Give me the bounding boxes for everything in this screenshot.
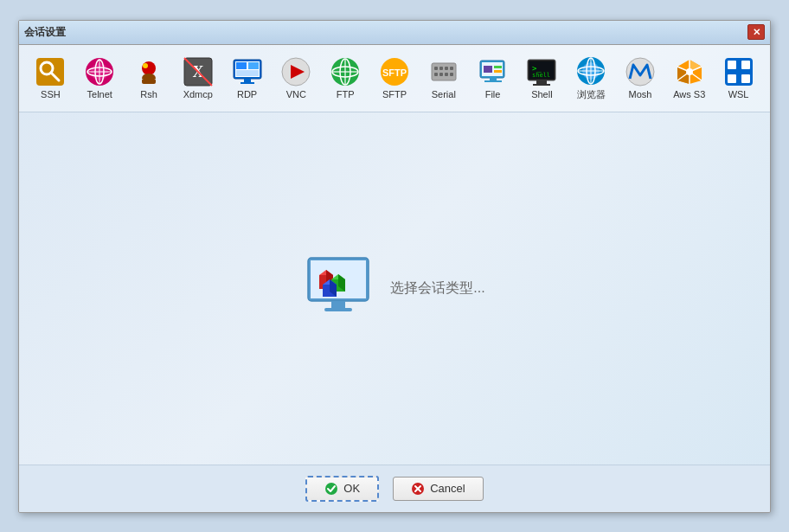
wsl-icon	[723, 56, 754, 87]
ok-label: OK	[343, 482, 360, 495]
browser-icon	[575, 55, 606, 87]
placeholder-text: 选择会话类型...	[390, 279, 484, 298]
session-type-rdp[interactable]: RDP	[224, 53, 270, 103]
session-type-telnet[interactable]: Telnet	[77, 53, 123, 103]
rsh-icon	[133, 56, 164, 87]
sftp-label: SFTP	[382, 89, 407, 99]
xdmcp-icon: X	[183, 56, 214, 87]
serial-icon	[428, 56, 459, 87]
svg-rect-74	[728, 74, 736, 83]
cancel-button[interactable]: Cancel	[393, 477, 483, 501]
placeholder-container: 选择会话类型...	[304, 253, 484, 323]
content-area: SSH Telnet	[19, 45, 770, 465]
svg-rect-79	[324, 308, 352, 311]
file-icon	[478, 56, 509, 87]
placeholder-monitor-icon	[304, 253, 373, 323]
svg-rect-35	[450, 67, 453, 70]
session-type-mosh[interactable]: Mosh	[618, 53, 664, 103]
session-type-file[interactable]: File	[470, 53, 516, 103]
svg-rect-43	[484, 80, 502, 82]
footer: OK Cancel	[19, 465, 770, 512]
shell-label: Shell	[531, 89, 552, 99]
awss3-label: Aws S3	[673, 89, 705, 99]
svg-point-9	[142, 61, 156, 75]
svg-rect-19	[236, 70, 259, 76]
mosh-label: Mosh	[629, 89, 652, 99]
session-type-ssh[interactable]: SSH	[28, 53, 74, 103]
svg-rect-53	[533, 84, 550, 86]
main-content-area: 选择会话类型...	[19, 112, 770, 465]
session-type-ftp[interactable]: FTP	[323, 53, 369, 103]
mosh-icon	[625, 56, 656, 87]
session-type-rsh[interactable]: Rsh	[126, 53, 172, 103]
telnet-icon	[84, 56, 115, 87]
session-type-sftp[interactable]: SFTP SFTP	[372, 53, 418, 103]
svg-rect-42	[490, 77, 497, 80]
svg-rect-73	[741, 61, 750, 69]
svg-rect-11	[142, 79, 156, 84]
cancel-icon	[411, 482, 425, 496]
ssh-icon	[35, 56, 66, 87]
svg-text:SFTP: SFTP	[382, 67, 407, 78]
session-type-serial[interactable]: Serial	[420, 53, 466, 103]
svg-text:shell: shell	[532, 72, 550, 79]
session-type-xdmcp[interactable]: X Xdmcp	[175, 53, 221, 103]
browser-label: 浏览器	[577, 88, 606, 101]
ok-button[interactable]: OK	[305, 476, 379, 502]
svg-rect-78	[331, 301, 345, 308]
main-window: 会话设置 ✕ SSH	[18, 20, 771, 513]
icon-bar: SSH Telnet	[19, 45, 770, 112]
rdp-icon	[232, 56, 263, 87]
svg-rect-75	[741, 74, 750, 83]
ok-icon	[324, 482, 338, 496]
awss3-icon	[674, 56, 705, 87]
session-type-vnc[interactable]: VNC	[273, 53, 319, 103]
session-type-wsl[interactable]: WSL	[715, 53, 761, 103]
file-label: File	[485, 89, 501, 99]
serial-label: Serial	[432, 89, 456, 99]
session-type-shell[interactable]: >_ shell Shell	[519, 53, 565, 103]
close-button[interactable]: ✕	[747, 24, 765, 40]
cancel-label: Cancel	[430, 482, 465, 495]
svg-rect-32	[434, 67, 438, 70]
svg-rect-17	[236, 62, 247, 69]
telnet-label: Telnet	[87, 89, 112, 99]
svg-rect-21	[241, 82, 254, 84]
svg-point-10	[143, 63, 148, 68]
svg-rect-36	[434, 73, 438, 76]
session-type-awss3[interactable]: Aws S3	[666, 53, 712, 103]
ftp-label: FTP	[337, 89, 355, 99]
svg-rect-18	[248, 62, 259, 69]
rsh-label: Rsh	[140, 89, 157, 99]
svg-rect-39	[450, 73, 453, 76]
svg-rect-46	[494, 66, 502, 68]
session-type-browser[interactable]: 浏览器	[568, 52, 614, 105]
shell-icon: >_ shell	[526, 56, 557, 87]
svg-rect-34	[445, 67, 448, 70]
vnc-icon	[280, 56, 311, 87]
svg-rect-45	[484, 66, 492, 73]
svg-rect-31	[432, 63, 456, 80]
vnc-label: VNC	[286, 89, 306, 99]
xdmcp-label: Xdmcp	[183, 89, 213, 99]
svg-rect-47	[494, 70, 502, 73]
wsl-label: WSL	[728, 89, 749, 99]
svg-rect-33	[439, 67, 443, 70]
ssh-label: SSH	[41, 89, 61, 99]
svg-rect-52	[536, 80, 547, 84]
svg-rect-20	[244, 79, 251, 82]
ftp-icon	[330, 56, 361, 87]
svg-rect-37	[439, 73, 443, 76]
svg-rect-72	[728, 61, 736, 69]
title-bar: 会话设置 ✕	[19, 21, 770, 45]
rdp-label: RDP	[237, 89, 257, 99]
window-title: 会话设置	[24, 25, 66, 40]
svg-rect-38	[445, 73, 448, 76]
sftp-icon: SFTP	[379, 56, 410, 87]
